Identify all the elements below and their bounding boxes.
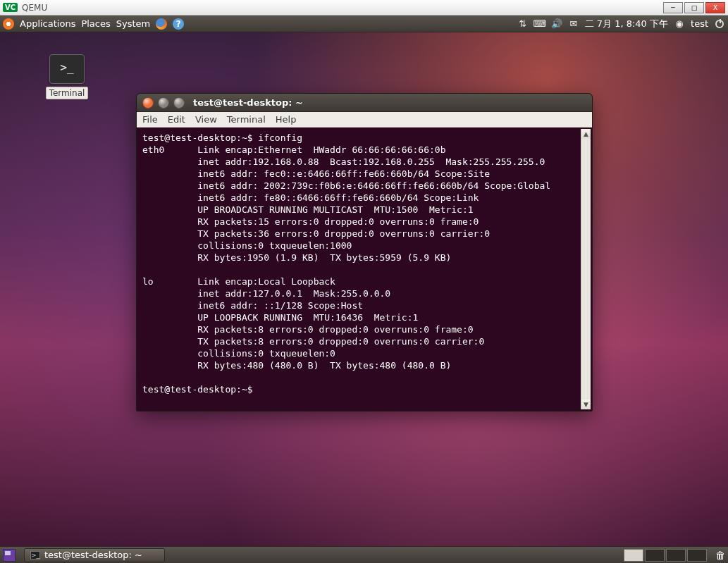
- mail-indicator-icon[interactable]: ✉: [568, 18, 579, 30]
- desktop-icon-label: Terminal: [46, 87, 89, 99]
- keyboard-indicator-icon[interactable]: ⌨: [534, 18, 545, 30]
- desktop-icon-terminal[interactable]: >_ Terminal: [39, 54, 95, 99]
- terminal-icon: >_: [49, 54, 85, 84]
- gnome-panel-bottom: >_ test@test-desktop: ~ 🗑: [0, 546, 728, 563]
- trash-icon[interactable]: 🗑: [715, 550, 725, 561]
- host-window-titlebar: VC QEMU ─ □ X: [0, 0, 728, 16]
- clock[interactable]: 二 7月 1, 8:40 下午: [585, 18, 668, 30]
- ubuntu-logo-icon[interactable]: [3, 18, 14, 30]
- volume-indicator-icon[interactable]: 🔊: [551, 18, 562, 30]
- terminal-menu-view[interactable]: View: [195, 114, 217, 125]
- terminal-title: test@test-desktop: ~: [193, 97, 303, 108]
- show-desktop-button[interactable]: [3, 549, 16, 562]
- applications-menu[interactable]: Applications: [20, 18, 75, 29]
- terminal-titlebar[interactable]: test@test-desktop: ~: [137, 94, 592, 112]
- firefox-launcher-icon[interactable]: [156, 18, 167, 30]
- scrollbar-down-arrow[interactable]: ▼: [581, 400, 591, 409]
- user-switch-icon[interactable]: ◉: [674, 18, 685, 30]
- taskbar-entry-terminal[interactable]: >_ test@test-desktop: ~: [24, 548, 165, 562]
- vnc-icon: VC: [3, 3, 18, 12]
- terminal-output[interactable]: test@test-desktop:~$ ifconfig eth0 Link …: [138, 129, 592, 409]
- host-maximize-button[interactable]: □: [684, 2, 704, 13]
- workspace-2[interactable]: [645, 549, 665, 562]
- window-maximize-button[interactable]: [173, 97, 185, 109]
- window-minimize-button[interactable]: [158, 97, 169, 109]
- terminal-menu-help[interactable]: Help: [276, 114, 297, 125]
- taskbar-entry-title: test@test-desktop: ~: [44, 550, 142, 560]
- help-launcher-icon[interactable]: ?: [173, 18, 184, 30]
- workspace-1[interactable]: [624, 549, 643, 562]
- terminal-task-icon: >_: [30, 551, 40, 559]
- places-menu[interactable]: Places: [81, 18, 110, 29]
- terminal-menubar: File Edit View Terminal Help: [137, 112, 592, 128]
- terminal-window[interactable]: test@test-desktop: ~ File Edit View Term…: [136, 93, 593, 412]
- host-minimize-button[interactable]: ─: [663, 2, 683, 13]
- workspace-4[interactable]: [687, 549, 707, 562]
- guest-desktop[interactable]: Applications Places System ? ⇅ ⌨ 🔊 ✉ 二 7…: [0, 16, 728, 563]
- scrollbar-up-arrow[interactable]: ▲: [581, 129, 591, 139]
- user-menu[interactable]: test: [691, 18, 708, 29]
- host-close-button[interactable]: X: [705, 2, 725, 13]
- network-indicator-icon[interactable]: ⇅: [517, 18, 529, 30]
- terminal-menu-file[interactable]: File: [142, 114, 158, 125]
- session-power-icon[interactable]: [714, 18, 725, 30]
- terminal-menu-terminal[interactable]: Terminal: [227, 114, 266, 125]
- window-close-button[interactable]: [142, 97, 154, 109]
- host-window-title: QEMU: [22, 3, 47, 13]
- terminal-menu-edit[interactable]: Edit: [168, 114, 185, 125]
- terminal-scrollbar[interactable]: ▲ ▼: [581, 129, 591, 409]
- gnome-panel-top: Applications Places System ? ⇅ ⌨ 🔊 ✉ 二 7…: [0, 16, 728, 32]
- workspace-3[interactable]: [666, 549, 686, 562]
- workspace-switcher[interactable]: [624, 549, 707, 562]
- system-menu[interactable]: System: [116, 18, 150, 29]
